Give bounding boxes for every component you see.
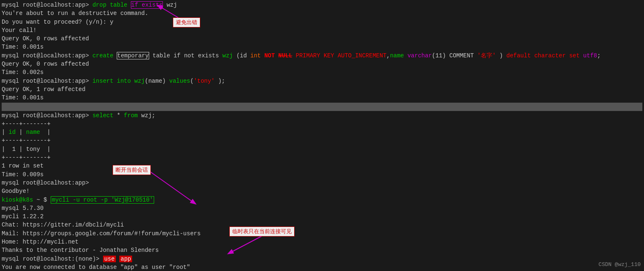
annotation-temp-table: 临时表只在当前连接可见 bbox=[229, 227, 295, 237]
terminal: mysql root@localhost:app> drop table if … bbox=[0, 0, 644, 271]
line-7: mysql root@localhost:app> create tempora… bbox=[2, 52, 642, 60]
line-5: Query OK, 0 rows affected bbox=[2, 34, 642, 43]
annotation-avoid-error: 避免出错 bbox=[173, 17, 200, 27]
line-8: Query OK, 0 rows affected bbox=[2, 60, 642, 68]
lb-kiosk-cmd: kiosk@k8s ~ $ mycli -u root -p 'Wzj@1705… bbox=[2, 196, 642, 204]
line-11: Query OK, 1 row affected bbox=[2, 85, 642, 94]
line-10: mysql root@localhost:app> insert into wz… bbox=[2, 77, 642, 85]
annotation-disconnect: 断开当前会话 bbox=[113, 165, 151, 175]
lb-table-row: | 1 | tony | bbox=[2, 145, 642, 153]
lb-mycli-ver: mycli 1.22.2 bbox=[2, 212, 642, 221]
lb-table-border-2: +----+-------+ bbox=[2, 136, 642, 145]
lb-table-border-1: +----+-------+ bbox=[2, 120, 642, 128]
csdn-watermark: CSDN @wzj_110 bbox=[599, 261, 641, 268]
lb-mysql-ver: mysql 5.7.30 bbox=[2, 204, 642, 212]
line-3: Do you want to proceed? (y/n): y bbox=[2, 18, 642, 26]
lb-table-header: | id | name | bbox=[2, 128, 642, 136]
line-9: Time: 0.002s bbox=[2, 68, 642, 76]
lb-connected: You are now connected to database "app" … bbox=[2, 263, 642, 271]
lb-blank-prompt: mysql root@localhost:app> bbox=[2, 179, 642, 187]
lb-table-border-3: +----+-------+ bbox=[2, 153, 642, 162]
lb-mail: Mail: https://groups.google.com/forum/#!… bbox=[2, 229, 642, 238]
prompt-1: mysql root@localhost:app> bbox=[2, 2, 92, 8]
line-6: Time: 0.001s bbox=[2, 43, 642, 51]
line-1: mysql root@localhost:app> drop table if … bbox=[2, 1, 642, 9]
lb-line-1: mysql root@localhost:app> select * from … bbox=[2, 111, 642, 120]
line-4: Your call! bbox=[2, 26, 642, 34]
lb-thanks: Thanks to the contributor - Jonathan Sle… bbox=[2, 246, 642, 254]
line-12: Time: 0.001s bbox=[2, 94, 642, 102]
line-2: You're about to run a destructive comman… bbox=[2, 9, 642, 17]
divider-bar bbox=[2, 103, 642, 111]
lb-use-app: mysql root@localhost:(none)> use app bbox=[2, 255, 642, 263]
lb-rows-set: 1 row in set bbox=[2, 162, 642, 170]
lb-home: Home: http://mycli.net bbox=[2, 238, 642, 246]
lb-goodbye: Goodbye! bbox=[2, 187, 642, 195]
lb-time-1: Time: 0.009s bbox=[2, 170, 642, 179]
lb-chat: Chat: https://gitter.im/dbcli/mycli bbox=[2, 221, 642, 229]
